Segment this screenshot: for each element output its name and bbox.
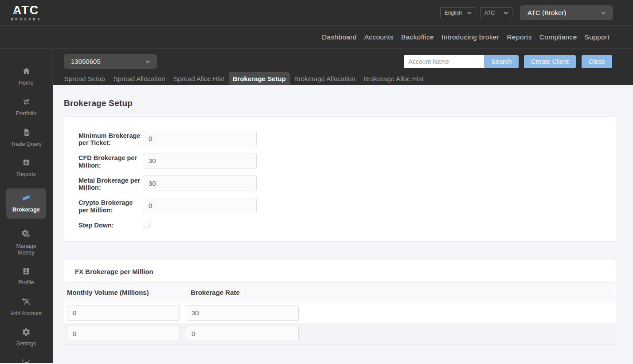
main-nav: Dashboard Accounts Backoffice Introducin… <box>0 25 633 49</box>
form-row-step-down: Step Down: <box>78 220 616 229</box>
chevron-down-icon <box>145 60 150 63</box>
create-client-button[interactable]: Create Client <box>524 55 576 68</box>
bar-chart-icon <box>22 158 31 167</box>
sidebar-item-label: Home <box>19 80 33 86</box>
broker-select-value: ATC (Broker) <box>528 9 566 16</box>
fx-monthly-volume-input-1[interactable] <box>67 305 180 321</box>
tab-spread-allocation[interactable]: Spread Allocation <box>109 72 169 85</box>
field-label: Crypto Brokerage per Million: <box>78 198 143 213</box>
content-area: Brokerage Setup Minimum Brokerage per Ti… <box>53 85 633 363</box>
metal-brokerage-per-million-input[interactable] <box>143 176 257 191</box>
setup-tabs: Spread Setup Spread Allocation Spread Al… <box>53 72 633 85</box>
topbar-controls: English ATC ATC (Broker) <box>52 0 633 25</box>
sidebar-item-add-account[interactable]: Add Account <box>6 297 46 317</box>
tab-spread-setup[interactable]: Spread Setup <box>60 72 109 85</box>
page-title: Brokerage Setup <box>64 98 616 108</box>
fx-brokerage-rate-input-2[interactable] <box>186 326 299 341</box>
home-icon <box>22 67 31 76</box>
table-row <box>64 323 616 344</box>
entity-select[interactable]: ATC <box>480 7 512 18</box>
tab-brokerage-setup[interactable]: Brokerage Setup <box>229 72 290 85</box>
language-select[interactable]: English <box>440 7 476 18</box>
atc-brokers-logo[interactable]: ATC BROKERS <box>10 4 42 21</box>
add-user-icon <box>21 297 31 306</box>
chevron-down-icon <box>467 12 472 14</box>
tab-brokerage-allocation[interactable]: Brokerage Allocation <box>290 72 359 85</box>
gear-dollar-icon: $ <box>21 229 31 239</box>
logo-sub-text: BROKERS <box>10 18 42 21</box>
nav-item-support[interactable]: Support <box>585 33 610 41</box>
account-number-value: 13050605 <box>71 58 101 65</box>
sidebar-item-label: Manage Money <box>10 243 43 256</box>
chevron-down-icon <box>601 12 606 14</box>
tab-spread-alloc-hist[interactable]: Spread Alloc Hist <box>170 72 228 85</box>
broker-select[interactable]: ATC (Broker) <box>520 5 613 20</box>
sidebar-item-label: Add Account <box>11 310 42 317</box>
min-brokerage-per-ticket-input[interactable] <box>143 131 257 146</box>
entity-select-value: ATC <box>485 10 495 16</box>
fx-brokerage-card: FX Brokerage per Million Monthly Volume … <box>64 260 616 344</box>
form-row-cfd-brokerage: CFD Brokerage per Million: <box>78 153 616 168</box>
step-down-checkbox[interactable] <box>143 221 150 228</box>
sidebar-item-reports[interactable]: Reports <box>6 158 46 178</box>
sidebar-item-portfolio[interactable]: Portfolio <box>6 97 46 117</box>
tab-brokerage-alloc-hist[interactable]: Brokerage Alloc Hist <box>359 72 427 85</box>
sidebar-item-label: Brokerage <box>12 207 40 213</box>
nav-item-accounts[interactable]: Accounts <box>364 33 394 41</box>
table-row <box>64 302 616 323</box>
field-label: Metal Brokerage per Million: <box>78 176 143 191</box>
language-select-value: English <box>445 10 462 16</box>
nav-item-backoffice[interactable]: Backoffice <box>401 33 434 41</box>
sidebar-item-settings[interactable]: Settings <box>6 328 46 347</box>
crypto-brokerage-per-million-input[interactable] <box>143 198 257 213</box>
close-button[interactable]: Close <box>582 55 612 68</box>
sidebar-item-label: Portfolio <box>16 110 36 117</box>
field-label: CFD Brokerage per Million: <box>78 153 143 168</box>
sidebar: Home Portfolio Trade Query Reports Broke <box>0 49 52 363</box>
sidebar-item-label: Reports <box>16 171 36 178</box>
sidebar-item-brokerage[interactable]: Brokerage <box>6 188 46 219</box>
top-bar: ATC BROKERS English ATC ATC (Broker) <box>0 0 633 25</box>
account-number-select[interactable]: 13050605 <box>64 54 157 69</box>
sidebar-item-analytics[interactable] <box>6 358 46 364</box>
nav-item-introducing-broker[interactable]: Introducing broker <box>442 33 499 41</box>
sub-header: 13050605 Search Create Client Close Spre… <box>53 49 633 85</box>
fx-table-header: Monthly Volume (Millions) Brokerage Rate <box>64 283 616 302</box>
logo-area: ATC BROKERS <box>0 0 52 25</box>
sidebar-item-home[interactable]: Home <box>6 67 46 86</box>
column-header-brokerage-rate: Brokerage Rate <box>186 289 240 296</box>
id-badge-icon <box>22 266 31 275</box>
field-label: Step Down: <box>78 220 143 229</box>
swap-arrows-icon <box>22 97 31 106</box>
sidebar-item-label: Trade Query <box>11 141 42 148</box>
nav-item-compliance[interactable]: Compliance <box>539 33 577 41</box>
line-chart-icon <box>21 358 31 364</box>
sidebar-item-label: Settings <box>16 341 36 347</box>
field-label: Minimum Brokerage per Ticket: <box>78 131 143 146</box>
gear-icon <box>22 328 31 337</box>
brokerage-setup-card: Minimum Brokerage per Ticket: CFD Broker… <box>64 116 616 242</box>
fx-monthly-volume-input-2[interactable] <box>67 326 180 341</box>
chevron-down-icon <box>504 12 508 14</box>
nav-item-dashboard[interactable]: Dashboard <box>322 33 357 41</box>
cfd-brokerage-per-million-input[interactable] <box>143 153 257 168</box>
nav-item-reports[interactable]: Reports <box>507 33 531 41</box>
account-actions: Search Create Client Close <box>404 55 612 68</box>
account-name-input[interactable] <box>404 55 485 68</box>
form-row-metal-brokerage: Metal Brokerage per Million: <box>78 176 616 191</box>
form-row-crypto-brokerage: Crypto Brokerage per Million: <box>78 198 616 213</box>
logo-triangle-icon <box>13 10 18 14</box>
column-header-monthly-volume: Monthly Volume (Millions) <box>67 289 186 296</box>
document-icon <box>22 128 31 137</box>
handshake-icon <box>21 193 31 203</box>
sidebar-item-manage-money[interactable]: $ Manage Money <box>6 229 46 256</box>
search-button[interactable]: Search <box>484 55 519 68</box>
svg-text:$: $ <box>27 234 29 238</box>
sidebar-item-label: Profile <box>18 279 34 286</box>
fx-brokerage-rate-input-1[interactable] <box>186 305 299 321</box>
fx-card-title: FX Brokerage per Million <box>64 260 616 283</box>
form-row-min-brokerage: Minimum Brokerage per Ticket: <box>78 131 616 146</box>
sidebar-item-trade-query[interactable]: Trade Query <box>6 128 46 148</box>
sidebar-item-profile[interactable]: Profile <box>6 266 46 286</box>
